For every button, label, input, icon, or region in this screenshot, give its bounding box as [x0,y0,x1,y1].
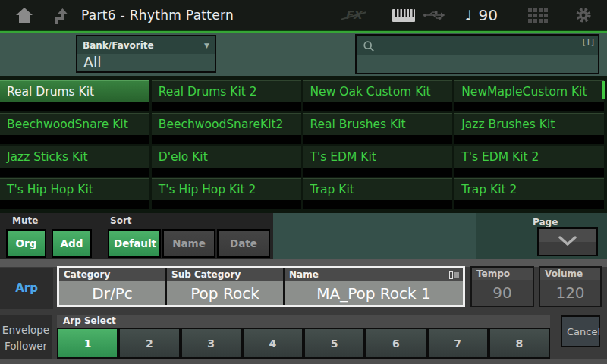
bank-favorite-label: Bank/Favorite [83,40,154,51]
kit-list-item[interactable]: Real Brushes Kit [304,113,453,144]
kit-list-item[interactable]: T's Hip Hop Kit [0,178,149,209]
kit-label: Trap Kit 2 [454,178,604,200]
scrollbar-thumb[interactable] [602,81,605,99]
arp-subcategory-field[interactable]: Sub Category Pop Rock [167,268,283,305]
tempo-display[interactable]: ♩ 90 [465,6,498,24]
envelope-follower-label-line1: Envelope [2,322,49,338]
sort-label: Sort [110,215,270,226]
arp-tempo-value: 90 [472,280,533,306]
kit-list-item[interactable]: Real Drums Kit 2 [152,80,301,111]
list-controls-strip: Mute OrgAdd Sort DefaultNameDate Page [0,213,607,259]
kit-list-item[interactable]: Real Drums Kit [0,80,149,111]
arp-select-button[interactable]: 6 [365,328,426,359]
kit-list-item[interactable]: T's EDM Kit 2 [454,146,604,177]
titlebar: Part6 - Rhythm Pattern FX ♩ 90 [0,0,607,30]
kit-underbar [454,200,604,209]
kit-label: Real Drums Kit [0,80,149,102]
kit-underbar [454,102,604,111]
arp-name-value: MA_Pop Rock 1 [285,281,463,305]
kit-label: BeechwoodSnare Kit [0,113,149,135]
titlebar-status-icons: FX ♩ 90 [345,6,607,24]
kit-list: Real Drums Kit Real Drums Kit 2 New Oak … [0,76,607,209]
kit-underbar [304,200,453,209]
gear-icon[interactable] [575,7,592,24]
arp-subcategory-label: Sub Category [171,268,241,281]
tab-arp[interactable]: Arp [0,268,53,309]
kit-underbar [454,135,604,144]
dropdown-arrow-icon: ▼ [204,42,209,49]
arp-volume-field[interactable]: Volume 120 [539,266,602,307]
mute-button[interactable]: Add [52,229,92,258]
kit-underbar [0,135,149,144]
arp-select-label: Arp Select [57,315,550,328]
kit-label: New Oak Custom Kit [304,80,453,102]
tempo-value: 90 [479,6,498,24]
arp-select-button[interactable]: 2 [118,328,180,359]
page-title: Part6 - Rhythm Pattern [81,8,234,23]
kit-underbar [152,168,301,177]
mute-buttons: OrgAdd [6,229,92,258]
pads-icon[interactable] [528,8,548,23]
sort-button[interactable]: Default [108,229,161,258]
arp-select-button[interactable]: 7 [427,328,489,359]
sort-group: Sort DefaultNameDate [108,215,270,258]
sort-button[interactable]: Name [162,229,215,258]
arp-category-field[interactable]: Category Dr/Pc [59,268,165,305]
arp-select-button[interactable]: 1 [57,328,118,359]
bank-favorite-value: All [77,54,215,71]
kit-label: T's EDM Kit [304,146,453,168]
arp-volume-value: 120 [540,280,600,306]
kit-list-item[interactable]: NewMapleCustom Kit [454,80,604,111]
page-dropdown-button[interactable] [537,228,598,256]
arp-select-button[interactable]: 8 [489,328,550,359]
kit-list-item[interactable]: BeechwoodSnare Kit [0,113,149,144]
page-panel: Page [476,213,607,259]
search-input[interactable] [357,55,598,73]
search-icon [363,40,375,55]
kit-list-item[interactable]: Jazz Brushes Kit [454,113,604,144]
kit-list-item[interactable]: D'elo Kit [152,146,301,177]
mute-group: Mute OrgAdd [6,215,92,258]
kit-list-item[interactable]: T's Hip Hop Kit 2 [152,178,301,209]
kit-underbar [152,135,301,144]
up-arrow-icon[interactable] [52,8,70,24]
arp-select-button[interactable]: 4 [242,328,304,359]
arp-select-button[interactable]: 3 [181,328,242,359]
usb-icon [423,9,445,21]
arp-tempo-label: Tempo [472,268,533,280]
arp-select-buttons: 12345678 [57,328,550,359]
arp-tempo-field[interactable]: Tempo 90 [470,266,534,307]
sort-button[interactable]: Date [217,229,270,258]
filter-bar: Bank/Favorite ▼ All [T] [0,33,607,76]
arp-section: Arp Category Dr/Pc Sub Category Pop Rock… [0,267,607,364]
home-icon[interactable] [15,7,33,24]
kit-list-item[interactable]: Trap Kit [304,178,453,209]
arp-category-label: Category [64,268,110,281]
bank-favorite-select[interactable]: Bank/Favorite ▼ All [76,35,216,73]
arp-select-button[interactable]: 5 [304,328,365,359]
arp-select-panel: Arp Select 12345678 [57,315,550,359]
kit-list-item[interactable]: BeechwoodSnareKit2 [152,113,301,144]
cancel-button[interactable]: Cancel [561,315,600,347]
arp-name-field[interactable]: Name MA_Pop Rock 1 [285,268,463,305]
kit-list-item[interactable]: T's EDM Kit [304,146,453,177]
kit-label: Trap Kit [304,178,453,200]
kit-label: T's EDM Kit 2 [454,146,604,168]
fx-bypass-icon[interactable]: FX [345,8,362,22]
kit-label: Real Brushes Kit [304,113,453,135]
kit-list-item[interactable]: Trap Kit 2 [454,178,604,209]
kit-underbar [0,200,149,209]
mute-sort-panel: Mute OrgAdd Sort DefaultNameDate [0,213,273,259]
search-box[interactable]: [T] [355,34,599,74]
mute-button[interactable]: Org [6,229,46,258]
kit-label: Jazz Brushes Kit [454,113,604,135]
kit-list-item[interactable]: Jazz Sticks Kit [0,146,149,177]
kit-label: Real Drums Kit 2 [152,80,301,102]
kit-label: Jazz Sticks Kit [0,146,149,168]
kit-list-item[interactable]: New Oak Custom Kit [304,80,453,111]
keyboard-icon[interactable] [392,9,415,22]
quarter-note-icon: ♩ [465,7,472,24]
bottom-edge [0,359,607,364]
sort-buttons: DefaultNameDate [108,229,270,258]
tab-envelope-follower[interactable]: Envelope Follower [0,315,52,362]
